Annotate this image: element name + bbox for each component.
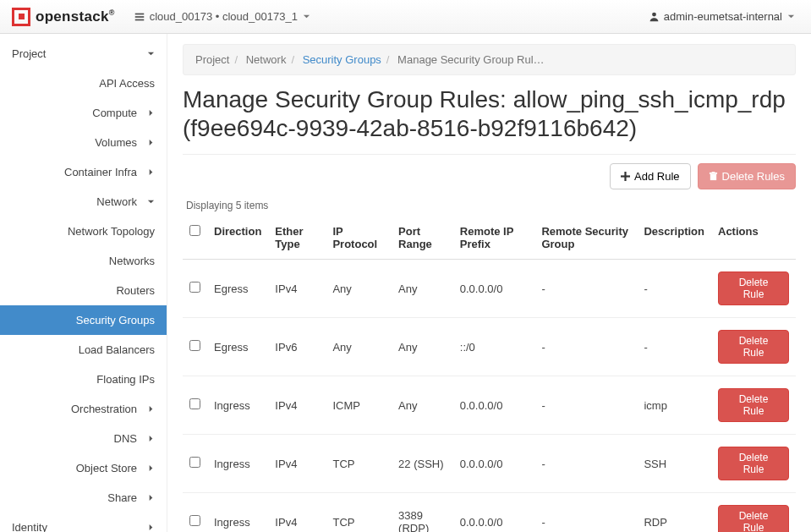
sidebar-item-routers[interactable]: Routers [0,276,167,305]
delete-rule-button[interactable]: Delete Rule [718,388,789,422]
chevron-right-icon [147,403,155,415]
chevron-right-icon [147,521,155,532]
cell-direction: Egress [207,318,268,376]
svg-rect-5 [621,176,630,178]
cell-ether-type: IPv4 [268,376,326,435]
breadcrumb-item[interactable]: Security Groups [303,53,381,66]
cell-ip-protocol: Any [326,318,392,376]
sidebar-item-project[interactable]: Project [0,39,167,69]
delete-rules-button[interactable]: Delete Rules [698,163,796,189]
sidebar-item-orchestration[interactable]: Orchestration [0,394,167,424]
cell-ip-protocol: TCP [326,435,392,493]
cell-direction: Ingress [207,376,268,435]
sidebar-item-compute[interactable]: Compute [0,98,167,128]
svg-rect-7 [709,173,716,174]
topbar: openstack® cloud_00173 • cloud_00173_1 a… [0,0,811,34]
row-checkbox[interactable] [189,457,200,468]
cell-description: - [637,260,711,318]
chevron-right-icon [147,432,155,445]
col-remote-ip-prefix[interactable]: Remote IP Prefix [453,217,535,260]
row-checkbox[interactable] [189,398,200,409]
col-port-range[interactable]: Port Range [392,217,453,260]
cell-port-range: Any [392,376,453,435]
svg-point-3 [652,13,656,17]
delete-rule-button[interactable]: Delete Rule [718,447,789,480]
user-label: admin-eumetsat-internal [664,10,782,23]
user-menu[interactable]: admin-eumetsat-internal [649,10,799,23]
row-checkbox[interactable] [189,282,200,293]
cell-ip-protocol: Any [326,260,392,318]
sidebar-item-container-infra[interactable]: Container Infra [0,157,167,187]
rules-table: Direction Ether Type IP Protocol Port Ra… [183,217,796,532]
row-checkbox[interactable] [189,340,200,351]
sidebar-item-volumes[interactable]: Volumes [0,128,167,157]
items-count-top: Displaying 5 items [186,200,796,211]
button-label: Add Rule [634,170,679,183]
cell-ip-protocol: ICMP [326,376,392,435]
sidebar-item-label: DNS [114,432,137,445]
sidebar-item-api-access[interactable]: API Access [0,69,167,98]
cell-description: icmp [637,376,711,435]
breadcrumb-item[interactable]: Network [246,53,287,66]
cell-remote-security-group: - [534,493,637,532]
breadcrumb-current: Manage Security Group Rul… [397,53,544,66]
delete-rule-button[interactable]: Delete Rule [718,271,789,305]
sidebar-item-object-store[interactable]: Object Store [0,453,167,483]
sidebar-item-floating-ips[interactable]: Floating IPs [0,365,167,394]
sidebar: Project API Access Compute Volumes Conta… [0,34,167,532]
breadcrumb-item[interactable]: Project [195,53,229,66]
sidebar-item-dns[interactable]: DNS [0,424,167,453]
table-row: EgressIPv6AnyAny::/0--Delete Rule [183,318,796,376]
col-description[interactable]: Description [637,217,711,260]
project-switcher[interactable]: cloud_00173 • cloud_00173_1 [134,10,315,23]
col-direction[interactable]: Direction [207,217,268,260]
cell-port-range: Any [392,318,453,376]
delete-rule-button[interactable]: Delete Rule [718,330,789,364]
sidebar-item-networks[interactable]: Networks [0,246,167,276]
cell-description: SSH [637,435,711,493]
col-remote-security-group[interactable]: Remote Security Group [534,217,637,260]
col-ether-type[interactable]: Ether Type [268,217,326,260]
svg-rect-1 [134,16,144,18]
sidebar-item-load-balancers[interactable]: Load Balancers [0,335,167,365]
cell-remote-security-group: - [534,435,637,493]
main-content: Project/ Network/ Security Groups/ Manag… [167,34,811,532]
col-ip-protocol[interactable]: IP Protocol [326,217,392,260]
cell-remote-ip-prefix: 0.0.0.0/0 [453,260,535,318]
add-rule-button[interactable]: Add Rule [610,163,690,189]
sidebar-item-network[interactable]: Network [0,187,167,217]
sidebar-item-label: Orchestration [71,403,137,415]
chevron-down-icon [147,195,155,208]
sidebar-item-network-topology[interactable]: Network Topology [0,217,167,246]
cell-ether-type: IPv6 [268,318,326,376]
plus-icon [621,172,630,181]
select-all-checkbox[interactable] [189,225,200,236]
sidebar-item-label: Compute [92,107,137,119]
row-checkbox[interactable] [189,515,200,526]
cell-port-range: 3389 (RDP) [392,493,453,532]
col-actions: Actions [711,217,796,260]
svg-rect-0 [134,13,144,14]
cell-direction: Egress [207,260,268,318]
svg-rect-6 [710,174,715,180]
sidebar-item-label: Volumes [95,136,137,149]
sidebar-item-identity[interactable]: Identity [0,513,167,532]
chevron-right-icon [147,166,155,178]
trash-icon [709,172,718,181]
cell-remote-ip-prefix: 0.0.0.0/0 [453,493,535,532]
brand-label: openstack® [36,8,115,25]
cell-ether-type: IPv4 [268,493,326,532]
sidebar-item-share[interactable]: Share [0,483,167,513]
cell-description: - [637,318,711,376]
sidebar-item-label: Identity [12,521,47,532]
chevron-down-icon [147,47,155,60]
svg-rect-8 [711,172,715,173]
sidebar-item-security-groups[interactable]: Security Groups [0,305,167,335]
page-title: Manage Security Group Rules: allow_ping_… [183,85,796,142]
cell-remote-security-group: - [534,260,637,318]
cell-remote-ip-prefix: 0.0.0.0/0 [453,376,535,435]
user-icon [649,11,660,22]
table-row: IngressIPv4TCP3389 (RDP)0.0.0.0/0-RDPDel… [183,493,796,532]
cell-remote-ip-prefix: 0.0.0.0/0 [453,435,535,493]
delete-rule-button[interactable]: Delete Rule [718,505,789,532]
